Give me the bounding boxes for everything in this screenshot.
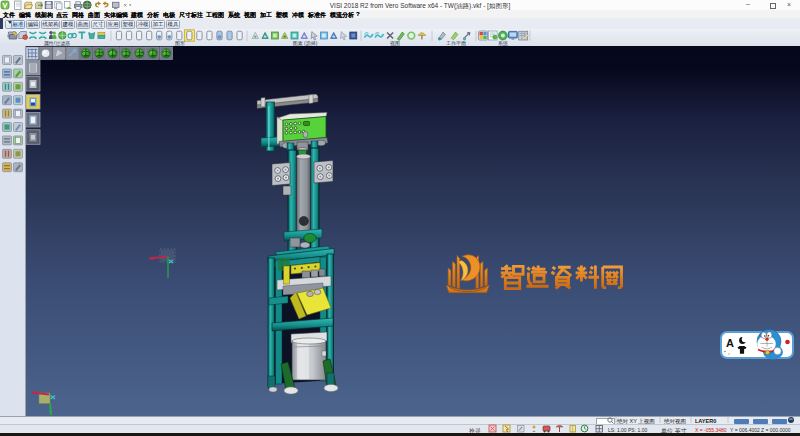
svg-text:A: A (726, 337, 734, 349)
